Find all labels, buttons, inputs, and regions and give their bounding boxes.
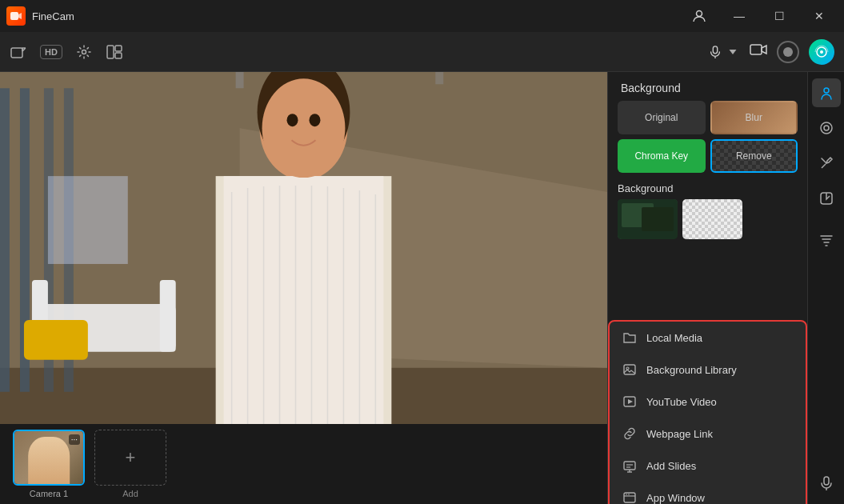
title-bar: FineCam — ☐ ✕	[0, 0, 844, 32]
profile-panel-icon[interactable]	[812, 78, 841, 107]
svg-point-63	[821, 122, 832, 134]
background-section-label: Background	[608, 179, 807, 199]
video-preview	[0, 72, 607, 424]
local-media-item[interactable]: Local Media	[610, 322, 806, 354]
link-icon	[622, 426, 637, 441]
app-logo	[6, 6, 26, 26]
svg-point-35	[309, 114, 320, 126]
account-button[interactable]	[681, 3, 718, 29]
background-library-item[interactable]: Background Library	[610, 354, 806, 386]
app-name: FineCam	[32, 10, 74, 22]
bg-thumb-1-preview	[618, 199, 678, 239]
chroma-key-option[interactable]: Chroma Key	[618, 139, 706, 173]
minimize-button[interactable]: —	[721, 3, 758, 29]
svg-point-4	[82, 50, 86, 54]
dropdown-menu: Local Media Background Library YouTube V…	[608, 320, 807, 504]
background-svg	[0, 72, 607, 424]
camera-strip: ··· Camera 1 + Add	[0, 424, 607, 504]
app-window-item[interactable]: App Window	[610, 482, 806, 504]
svg-rect-5	[107, 46, 114, 58]
svg-point-62	[824, 88, 829, 93]
svg-point-60	[626, 494, 627, 495]
image-icon	[622, 362, 637, 377]
sticker-panel-icon[interactable]	[812, 184, 841, 213]
add-camera-label: Add	[122, 489, 138, 498]
add-camera-container: + Add	[94, 430, 166, 498]
svg-rect-48	[642, 207, 674, 231]
play-icon	[622, 394, 637, 409]
sidebar-title: Background	[608, 72, 807, 101]
layout-button[interactable]	[106, 43, 123, 61]
svg-rect-0	[10, 12, 18, 20]
add-plus-icon: +	[126, 449, 136, 466]
live-button[interactable]	[809, 39, 834, 65]
title-bar-left: FineCam	[6, 6, 74, 26]
svg-rect-49	[624, 365, 635, 374]
background-options: Original Blur Chroma Key Remove	[608, 101, 807, 179]
svg-rect-6	[115, 46, 122, 51]
toolbar-center	[708, 39, 834, 65]
svg-rect-23	[435, 72, 443, 84]
tools-panel-icon[interactable]	[812, 149, 841, 178]
svg-marker-52	[628, 399, 633, 404]
maximize-button[interactable]: ☐	[761, 3, 798, 29]
svg-rect-10	[750, 45, 762, 54]
filter-panel-icon[interactable]	[812, 226, 841, 254]
svg-rect-58	[624, 493, 635, 502]
toolbar-left: HD	[10, 43, 123, 61]
webpage-link-item[interactable]: Webpage Link	[610, 418, 806, 450]
svg-rect-3	[11, 48, 22, 58]
svg-rect-8	[713, 46, 717, 53]
svg-rect-27	[24, 320, 88, 360]
svg-rect-26	[160, 280, 176, 352]
folder-icon	[622, 330, 637, 345]
background-thumb-2[interactable]	[682, 199, 742, 239]
svg-point-61	[628, 494, 630, 495]
camera-1-label: Camera 1	[30, 489, 68, 498]
svg-marker-11	[762, 46, 766, 54]
toolbar: HD	[0, 32, 844, 72]
camera-thumb-container: ··· Camera 1	[13, 430, 85, 498]
camera-button[interactable]	[750, 41, 767, 62]
video-room-background	[0, 72, 607, 424]
bottom-mic-icon[interactable]	[812, 469, 841, 498]
add-camera-button[interactable]: +	[94, 430, 166, 486]
close-button[interactable]: ✕	[801, 3, 838, 29]
camera-more-button[interactable]: ···	[69, 434, 80, 445]
svg-rect-15	[0, 88, 10, 392]
original-option[interactable]: Original	[618, 101, 706, 134]
blur-option[interactable]: Blur	[710, 101, 798, 134]
youtube-video-item[interactable]: YouTube Video	[610, 386, 806, 418]
right-sidebar: Background Original Blur Chroma Key Remo…	[607, 72, 807, 504]
export-button[interactable]	[10, 43, 27, 61]
settings-button[interactable]	[75, 43, 93, 61]
svg-point-12	[820, 50, 823, 54]
svg-rect-53	[624, 462, 635, 470]
svg-point-2	[697, 11, 702, 17]
svg-point-34	[287, 114, 298, 126]
svg-rect-70	[824, 477, 829, 485]
main-content: ··· Camera 1 + Add Background Original B…	[0, 72, 844, 504]
add-slides-item[interactable]: Add Slides	[610, 450, 806, 482]
svg-marker-1	[18, 13, 22, 19]
hd-button[interactable]: HD	[40, 45, 62, 59]
icon-panel	[807, 72, 844, 504]
background-thumb-1[interactable]	[618, 199, 678, 239]
record-button[interactable]	[777, 41, 799, 63]
remove-option[interactable]: Remove	[710, 139, 798, 173]
background-thumbnails	[608, 199, 807, 244]
window-controls: — ☐ ✕	[681, 3, 838, 29]
slides-icon	[622, 458, 637, 473]
svg-point-33	[262, 78, 346, 178]
video-area: ··· Camera 1 + Add	[0, 72, 607, 504]
svg-point-64	[824, 126, 829, 130]
mic-button[interactable]	[708, 45, 740, 59]
svg-point-50	[626, 367, 629, 370]
camera-1-thumbnail[interactable]: ···	[13, 430, 85, 486]
window-icon	[622, 490, 637, 504]
effects-panel-icon[interactable]	[812, 114, 841, 142]
svg-rect-21	[236, 72, 244, 88]
svg-rect-28	[48, 176, 128, 264]
svg-rect-7	[115, 53, 122, 58]
